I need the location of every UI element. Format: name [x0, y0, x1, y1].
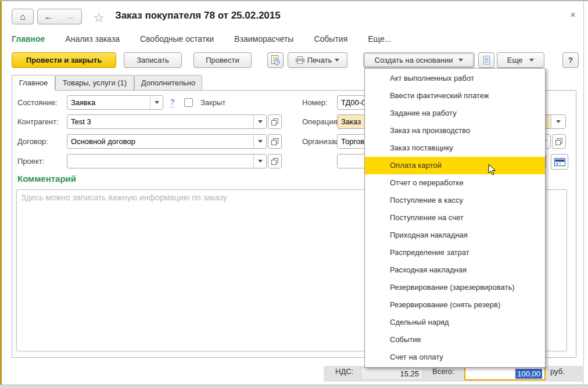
closed-checkbox[interactable] [184, 98, 193, 107]
chevron-down-icon[interactable] [253, 135, 266, 148]
window-left-edge [0, 0, 2, 388]
post-and-close-button[interactable]: Провести и закрыть [12, 52, 116, 68]
back-button[interactable]: ← [37, 9, 60, 24]
open-icon [555, 138, 562, 145]
number-label: Номер: [302, 95, 328, 110]
post-button[interactable]: Провести [193, 52, 252, 68]
chevron-down-icon [458, 59, 463, 62]
project-value [67, 155, 253, 168]
home-icon: ⌂ [20, 12, 26, 22]
nav-item-svobodnye-ostatki[interactable]: Свободные остатки [140, 34, 214, 44]
chevron-down-icon[interactable] [551, 115, 565, 128]
menu-item[interactable]: Заказ поставщику [365, 139, 545, 157]
menu-item[interactable]: Сдельный наряд [365, 314, 545, 331]
printer-icon [296, 56, 304, 64]
menu-item[interactable]: Приходная накладная [365, 227, 545, 244]
nav-item-sobytiya[interactable]: События [314, 34, 347, 44]
open-icon [271, 138, 278, 145]
create-based-on-menu: Акт выполненных работВвести фактический … [364, 68, 546, 368]
counterparty-value: Test 3 [67, 115, 253, 128]
order-window: { "window": { "title": "Заказ покупателя… [0, 0, 588, 388]
tab-label: Дополнительно [141, 78, 196, 87]
menu-item[interactable]: Заказ на производство [365, 122, 545, 139]
more-button[interactable]: Еще [497, 52, 544, 68]
menu-item[interactable]: Распределение затрат [365, 244, 545, 261]
project-input[interactable] [67, 154, 267, 168]
menu-item[interactable]: Акт выполненных работ [365, 70, 545, 87]
status-select[interactable]: Заявка [67, 95, 163, 110]
tab-label: Главное [19, 78, 48, 87]
menu-item[interactable]: Поступление в кассу [365, 192, 545, 209]
menu-item[interactable]: Счет на оплату [365, 349, 545, 366]
counterparty-open-button[interactable] [268, 114, 282, 129]
report-document-icon [483, 56, 490, 64]
contract-label: Договор: [17, 134, 48, 149]
tab-glavnoe[interactable]: Главное [12, 75, 55, 91]
nav-item-more[interactable]: Еще... [368, 34, 391, 44]
chevron-down-icon [335, 59, 339, 62]
document-movements-button[interactable] [267, 52, 284, 68]
status-value: Заявка [67, 96, 150, 109]
menu-item[interactable]: Оплата картой [365, 157, 545, 174]
menu-item[interactable]: Задание на работу [365, 105, 545, 122]
tab-label: Товары, услуги (1) [63, 78, 127, 87]
total-input[interactable]: 100,00 [464, 367, 546, 380]
menu-item[interactable]: Отчет о переработке [365, 174, 545, 192]
counterparty-input[interactable]: Test 3 [67, 114, 267, 129]
contract-open-button[interactable] [268, 134, 282, 149]
section-nav: Главное Анализ заказа Свободные остатки … [12, 33, 391, 45]
create-based-on-button[interactable]: Создать на основании [363, 52, 475, 68]
payment-card-icon [554, 158, 565, 166]
help-button[interactable]: ? [562, 52, 579, 68]
open-icon [271, 118, 278, 125]
more-label: Еще [507, 56, 522, 64]
mouse-cursor [488, 164, 497, 176]
page-title: Заказ покупателя 78 от 25.02.2015 [115, 10, 281, 21]
document-reports-button[interactable] [478, 52, 494, 68]
project-label: Проект: [17, 154, 44, 168]
nav-item-analiz-zakaza[interactable]: Анализ заказа [65, 34, 120, 44]
contract-value: Основной договор [67, 135, 253, 148]
menu-item[interactable]: Ввести фактический платеж [365, 87, 545, 105]
total-label: Всего: [432, 367, 454, 376]
menu-item[interactable]: Событие [365, 331, 545, 349]
forward-icon: → [66, 12, 75, 22]
vat-label: НДС: [335, 367, 353, 376]
home-button[interactable]: ⌂ [12, 9, 34, 24]
close-icon[interactable]: × [570, 9, 576, 21]
total-selected-value: 100,00 [515, 369, 542, 379]
document-clock-icon [271, 55, 280, 65]
nav-item-glavnoe[interactable]: Главное [12, 34, 45, 44]
chevron-down-icon[interactable] [150, 96, 163, 109]
print-button[interactable]: Печать [288, 52, 347, 68]
create-based-on-label: Создать на основании [375, 56, 453, 64]
back-icon: ← [44, 12, 53, 22]
contract-input[interactable]: Основной договор [67, 134, 267, 149]
tab-tovary-uslugi[interactable]: Товары, услуги (1) [55, 75, 134, 91]
nav-item-vzaimoraschety[interactable]: Взаиморасчеты [234, 34, 293, 44]
currency-label: руб. [550, 367, 565, 376]
counterparty-label: Контрагент: [17, 114, 59, 129]
project-open-button[interactable] [268, 154, 282, 168]
payment-card-button[interactable] [551, 154, 568, 170]
chevron-down-icon[interactable] [253, 155, 266, 168]
comment-header: Комментарий [17, 174, 76, 184]
status-label: Состояние: [17, 95, 57, 110]
closed-label: Закрыт [200, 95, 225, 110]
print-label: Печать [307, 56, 332, 64]
menu-item[interactable]: Расходная накладная [365, 261, 545, 279]
open-icon [271, 158, 278, 165]
status-help-link[interactable]: ? [170, 98, 174, 107]
menu-item[interactable]: Резервирование (снять резерв) [365, 296, 545, 314]
tab-dopolnitelno[interactable]: Дополнительно [134, 75, 202, 91]
window-bottom-edge [0, 385, 588, 388]
forward-button[interactable]: → [59, 9, 82, 24]
organization-open-button[interactable] [552, 134, 566, 149]
operation-label: Операция: [302, 114, 339, 129]
menu-item[interactable]: Резервирование (зарезервировать) [365, 279, 545, 296]
window-right-edge [583, 1, 584, 385]
menu-item[interactable]: Поступление на счет [365, 209, 545, 227]
save-button[interactable]: Записать [124, 52, 182, 68]
chevron-down-icon[interactable] [253, 115, 266, 128]
favorite-star-icon[interactable]: ☆ [93, 10, 105, 26]
